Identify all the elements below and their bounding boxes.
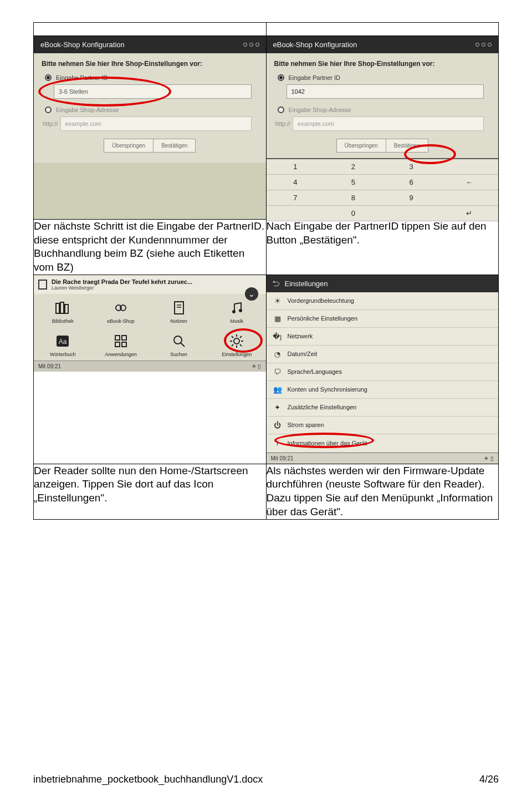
apps-icon bbox=[94, 333, 148, 349]
settings-item-beleuchtung[interactable]: ☀Vordergrundbeleuchtung bbox=[267, 292, 499, 310]
option-shop-address[interactable]: Eingabe Shop-Adresse bbox=[278, 106, 491, 113]
book-author: Lauren Weisberger bbox=[52, 285, 262, 291]
key-backspace[interactable]: ← bbox=[440, 175, 498, 190]
titlebar-dots-icon bbox=[243, 43, 259, 47]
option-partner-id-label: Eingabe Partner ID bbox=[56, 74, 108, 81]
svg-rect-15 bbox=[122, 342, 126, 347]
screenshot-partnerid-empty: eBook-Shop Konfiguration Bitte nehmen Si… bbox=[34, 36, 266, 219]
key[interactable]: 5 bbox=[324, 175, 382, 190]
option-partner-id-label: Eingabe Partner ID bbox=[289, 74, 341, 81]
home-item-musik[interactable]: Musik bbox=[208, 294, 266, 327]
key-enter[interactable]: ↵ bbox=[440, 206, 498, 221]
key[interactable]: 4 bbox=[267, 175, 325, 190]
svg-text:Aa: Aa bbox=[59, 338, 67, 346]
caption-settings: Als nächstes werden wir den Firmware-Upd… bbox=[266, 464, 499, 519]
book-title: Die Rache traegt Prada Der Teufel kehrt … bbox=[52, 278, 262, 285]
home-grid: Bibliothek eBook-Shop Notizen Musik Aa W… bbox=[34, 294, 266, 361]
config-titlebar: eBook-Shop Konfiguration bbox=[34, 36, 266, 53]
settings-item-zusaetzlich[interactable]: ✦Zusätzliche Einstellungen bbox=[267, 399, 499, 417]
key[interactable]: 1 bbox=[267, 159, 325, 175]
shop-url-input[interactable]: example.com bbox=[60, 116, 252, 131]
config-instructions: Bitte nehmen Sie hier Ihre Shop-Einstell… bbox=[42, 60, 258, 68]
home-item-woerterbuch[interactable]: Aa Wörterbuch bbox=[34, 327, 92, 361]
key-blank bbox=[267, 206, 325, 221]
option-partner-id[interactable]: Eingabe Partner ID bbox=[278, 74, 491, 81]
svg-point-18 bbox=[234, 338, 239, 344]
titlebar-dots-icon bbox=[475, 43, 492, 47]
svg-line-17 bbox=[181, 343, 185, 347]
confirm-button[interactable]: Bestätigen bbox=[386, 139, 428, 153]
page-footer: inbetriebnahme_pocketbook_buchhandlungV1… bbox=[33, 774, 499, 785]
svg-rect-1 bbox=[60, 302, 64, 313]
status-icons: ☀ ▯ bbox=[484, 455, 494, 461]
home-label: Notizen bbox=[152, 318, 206, 324]
settings-list: ☀Vordergrundbeleuchtung ▦Persönliche Ein… bbox=[267, 292, 499, 453]
current-book-bar[interactable]: Die Rache traegt Prada Der Teufel kehrt … bbox=[34, 275, 266, 294]
notes-icon bbox=[152, 300, 206, 316]
settings-item-label: Informationen über das Gerät bbox=[288, 440, 367, 446]
settings-item-sprache[interactable]: 🗩Sprache/Languages bbox=[267, 363, 499, 381]
config-title: eBook-Shop Konfiguration bbox=[40, 40, 125, 49]
home-label: Suchen bbox=[152, 352, 206, 357]
extra-icon: ✦ bbox=[273, 403, 282, 412]
option-shop-address[interactable]: Eingabe Shop-Adresse bbox=[45, 106, 258, 113]
accounts-icon: 👥 bbox=[273, 385, 282, 394]
key[interactable]: 3 bbox=[382, 159, 441, 175]
settings-item-netzwerk[interactable]: �յNetzwerk bbox=[267, 328, 499, 346]
numeric-keypad: 1 2 3 4 5 6 ← 7 8 9 0 ↵ bbox=[267, 158, 499, 221]
settings-item-label: Zusätzliche Einstellungen bbox=[288, 404, 357, 410]
status-bar: Mit 09:21 ☀ ▯ bbox=[267, 453, 499, 464]
svg-rect-2 bbox=[65, 304, 68, 313]
home-item-ebookshop[interactable]: eBook-Shop bbox=[92, 294, 150, 327]
settings-item-persoenlich[interactable]: ▦Persönliche Einstellungen bbox=[267, 310, 499, 328]
option-partner-id[interactable]: Eingabe Partner ID bbox=[45, 74, 258, 81]
settings-item-info[interactable]: iInformationen über das Gerät bbox=[267, 434, 499, 453]
settings-item-label: Sprache/Languages bbox=[288, 368, 342, 375]
key[interactable]: 7 bbox=[267, 190, 325, 206]
option-shop-address-label: Eingabe Shop-Adresse bbox=[289, 106, 351, 113]
key[interactable]: 9 bbox=[382, 190, 441, 206]
radio-checked-icon bbox=[278, 74, 284, 81]
confirm-button[interactable]: Bestätigen bbox=[154, 139, 196, 153]
partner-id-input[interactable]: 1042 bbox=[287, 84, 484, 99]
caption-partnerid: Der nächste Schritt ist die Eingabe der … bbox=[34, 220, 267, 275]
partner-id-input[interactable]: 3-6 Stellen bbox=[54, 84, 252, 99]
key[interactable]: 0 bbox=[324, 206, 382, 221]
home-item-bibliothek[interactable]: Bibliothek bbox=[34, 294, 92, 327]
svg-rect-14 bbox=[115, 342, 120, 347]
settings-item-konten[interactable]: 👥Konten und Synchronisierung bbox=[267, 381, 499, 399]
home-item-suchen[interactable]: Suchen bbox=[150, 327, 208, 361]
shop-url-input[interactable]: example.com bbox=[293, 116, 484, 131]
key[interactable]: 2 bbox=[324, 159, 382, 175]
language-icon: 🗩 bbox=[273, 368, 282, 376]
home-item-einstellungen[interactable]: Einstellungen bbox=[208, 327, 266, 361]
footer-filename: inbetriebnahme_pocketbook_buchhandlungV1… bbox=[33, 774, 263, 785]
status-time: Mit 09:21 bbox=[38, 363, 61, 369]
skip-button[interactable]: Überspringen bbox=[104, 139, 154, 153]
key[interactable]: 6 bbox=[382, 175, 441, 190]
back-icon[interactable]: ⮌ bbox=[272, 280, 279, 288]
home-item-anwendungen[interactable]: Anwendungen bbox=[92, 327, 150, 361]
svg-rect-13 bbox=[122, 336, 126, 340]
svg-rect-12 bbox=[115, 336, 120, 340]
skip-button[interactable]: Überspringen bbox=[336, 139, 386, 153]
chevron-down-icon[interactable]: ⌄ bbox=[245, 287, 258, 301]
radio-unchecked-icon bbox=[278, 106, 284, 113]
svg-line-24 bbox=[240, 344, 242, 346]
screenshot-partnerid-filled: eBook-Shop Konfiguration Bitte nehmen Si… bbox=[267, 36, 499, 219]
settings-item-label: Vordergrundbeleuchtung bbox=[288, 297, 354, 304]
svg-point-8 bbox=[232, 310, 236, 313]
settings-item-strom[interactable]: ⏻Strom sparen bbox=[267, 417, 499, 434]
gear-icon bbox=[210, 333, 264, 349]
settings-titlebar: ⮌ Einstellungen bbox=[267, 275, 499, 292]
home-label: Anwendungen bbox=[94, 352, 148, 357]
power-icon: ⏻ bbox=[273, 421, 282, 429]
settings-item-datum[interactable]: ◔Datum/Zeit bbox=[267, 346, 499, 363]
home-item-notizen[interactable]: Notizen bbox=[150, 294, 208, 327]
instruction-table: eBook-Shop Konfiguration Bitte nehmen Si… bbox=[33, 22, 499, 520]
home-label: Bibliothek bbox=[36, 318, 90, 324]
search-icon bbox=[152, 333, 206, 349]
svg-rect-5 bbox=[175, 302, 183, 314]
key[interactable]: 8 bbox=[324, 190, 382, 206]
home-label: Einstellungen bbox=[210, 352, 264, 357]
